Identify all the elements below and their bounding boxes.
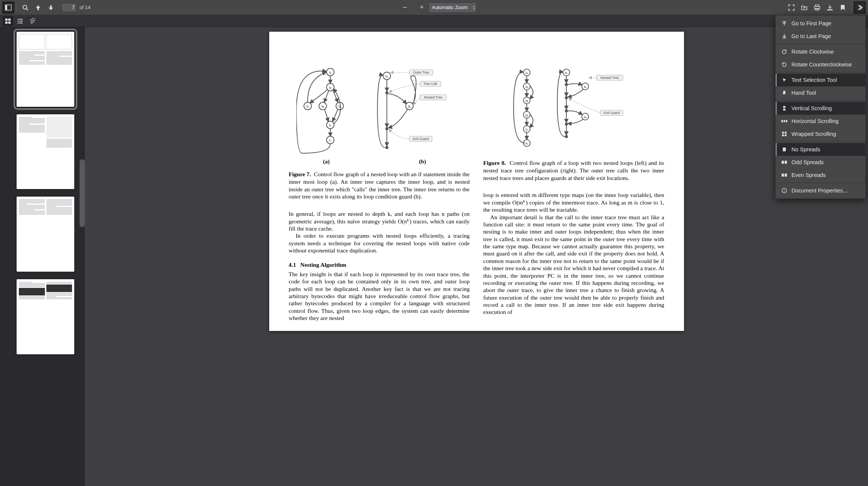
menu-rotate-ccw[interactable]: Rotate Counterclockwise	[776, 58, 865, 71]
figure-7b: t₁ t₂	[376, 62, 470, 168]
page-number-input[interactable]	[61, 3, 77, 12]
hand-icon	[781, 89, 788, 96]
page-thumbnail-10[interactable]	[17, 279, 74, 354]
menu-rotate-cw[interactable]: Rotate Clockwise	[776, 45, 865, 58]
menu-vertical-scrolling[interactable]: Vertical Scrolling	[776, 102, 865, 115]
body-paragraph: loop is entered with m different type ma…	[483, 191, 664, 213]
thumbnails-icon	[5, 18, 11, 24]
wrapped-scroll-icon	[781, 131, 788, 137]
svg-rect-16	[19, 23, 23, 23]
menu-go-last-page[interactable]: Go to Last Page	[776, 30, 865, 43]
presentation-mode-button[interactable]	[785, 2, 797, 14]
main-area: i₁ i₂ i₆ i₃ i₄ i₅ i₇	[0, 27, 868, 486]
menu-go-first-page[interactable]: Go to First Page	[776, 17, 865, 30]
svg-rect-75	[781, 120, 783, 122]
body-paragraph: In order to execute programs with nested…	[289, 232, 470, 254]
svg-point-33	[385, 91, 388, 94]
svg-text:i₄: i₄	[525, 113, 528, 117]
svg-point-36	[385, 127, 388, 130]
svg-rect-9	[5, 22, 8, 24]
previous-page-button[interactable]	[32, 2, 44, 14]
menu-text-selection-tool[interactable]: Text Selection Tool	[776, 74, 865, 86]
menu-no-spreads[interactable]: No Spreads	[776, 143, 865, 156]
open-file-icon	[801, 5, 807, 11]
vertical-scroll-icon	[781, 105, 788, 112]
secondary-menu-button[interactable]	[854, 2, 866, 14]
svg-point-62	[565, 109, 568, 112]
download-button[interactable]	[824, 2, 836, 14]
menu-odd-spreads[interactable]: Odd Spreads	[776, 156, 865, 169]
odd-spreads-icon	[781, 159, 788, 166]
thumbnails-view-button[interactable]	[3, 17, 13, 26]
bookmark-icon	[840, 5, 845, 11]
toggle-sidebar-button[interactable]	[2, 2, 14, 14]
svg-text:Nested Tree: Nested Tree	[424, 95, 442, 99]
svg-text:Nested Tree: Nested Tree	[600, 76, 619, 80]
sidebar-icon	[5, 4, 12, 11]
svg-rect-14	[19, 21, 23, 22]
sidebar-scrollbar-thumb[interactable]	[80, 159, 85, 227]
page-thumbnail-8[interactable]	[17, 114, 74, 189]
svg-rect-5	[814, 6, 820, 9]
document-viewer[interactable]: i₁ i₂ i₆ i₃ i₄ i₅ i₇	[85, 27, 868, 486]
find-button[interactable]	[19, 2, 31, 14]
svg-rect-1	[5, 5, 7, 10]
svg-text:i₂: i₂	[329, 85, 331, 89]
zoom-out-button[interactable]: −	[399, 2, 411, 14]
svg-text:t₂: t₂	[584, 85, 586, 89]
svg-point-60	[565, 83, 568, 86]
svg-text:i₇: i₇	[329, 138, 331, 142]
sidebar-toolbar	[0, 15, 868, 27]
svg-text:i₁: i₁	[525, 71, 528, 75]
svg-rect-8	[8, 18, 11, 21]
bookmark-button[interactable]	[837, 2, 849, 14]
page-count-label: of 14	[80, 5, 90, 10]
horizontal-scroll-icon	[781, 118, 788, 125]
figure-8-caption: Figure 8. Control flow graph of a loop w…	[483, 159, 664, 181]
fullscreen-icon	[788, 5, 794, 11]
menu-wrapped-scrolling[interactable]: Wrapped Scrolling	[776, 128, 865, 140]
svg-rect-81	[785, 134, 787, 136]
outline-icon	[17, 18, 23, 24]
svg-rect-73	[783, 106, 785, 108]
separator	[413, 3, 413, 12]
svg-rect-77	[786, 120, 787, 122]
page-thumbnail-9[interactable]	[17, 197, 74, 272]
arrow-down-icon	[48, 5, 54, 11]
svg-text:i₅: i₅	[525, 127, 528, 131]
print-icon	[814, 5, 820, 11]
no-spreads-icon	[781, 146, 788, 153]
attachments-view-button[interactable]	[27, 17, 37, 26]
svg-text:Tree Call: Tree Call	[423, 82, 437, 86]
next-page-button[interactable]	[45, 2, 57, 14]
svg-rect-76	[784, 120, 785, 122]
svg-rect-74	[783, 109, 785, 111]
main-toolbar: of 14 − + Automatic Zoom	[0, 0, 868, 15]
menu-document-properties[interactable]: iDocument Properties…	[776, 184, 865, 197]
zoom-select[interactable]: Automatic Zoom	[428, 2, 477, 13]
attachment-icon	[29, 18, 35, 24]
svg-text:i₆: i₆	[306, 104, 309, 108]
rotate-ccw-icon	[781, 61, 788, 68]
menu-horizontal-scrolling[interactable]: Horizontal Scrolling	[776, 115, 865, 128]
cursor-icon	[781, 77, 788, 83]
outline-view-button[interactable]	[15, 17, 25, 26]
svg-text:Exit Guard: Exit Guard	[413, 137, 429, 141]
svg-rect-86	[785, 174, 787, 177]
svg-text:i₆: i₆	[525, 141, 528, 145]
separator	[17, 3, 17, 12]
menu-hand-tool[interactable]: Hand Tool	[776, 86, 865, 99]
menu-even-spreads[interactable]: Even Spreads	[776, 169, 865, 181]
open-file-button[interactable]	[798, 2, 810, 14]
svg-line-3	[26, 9, 28, 10]
svg-point-2	[23, 5, 27, 9]
page-thumbnail-7[interactable]	[17, 32, 74, 107]
svg-text:t₄: t₄	[584, 115, 586, 119]
print-button[interactable]	[811, 2, 823, 14]
info-icon: i	[781, 187, 788, 194]
even-spreads-icon	[781, 172, 788, 178]
zoom-in-button[interactable]: +	[416, 2, 428, 14]
svg-point-63	[565, 123, 568, 126]
svg-rect-79	[785, 132, 787, 134]
thumbnail-sidebar[interactable]	[0, 27, 85, 486]
